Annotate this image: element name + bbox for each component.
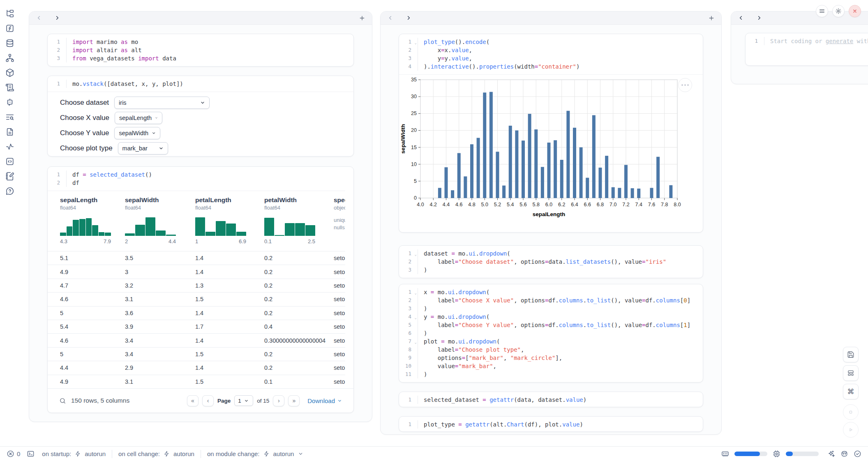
documentation-icon[interactable] [5,127,14,136]
column-header[interactable]: petalLength [195,196,231,204]
code-line[interactable]: 1plot_type = getattr(alt.Chart(df), plot… [399,420,703,429]
stop-kernel-button[interactable] [843,404,859,420]
column-right-icon[interactable] [756,15,762,21]
notebook-menu-button[interactable] [816,5,828,17]
column-histogram[interactable] [60,217,111,236]
code-line[interactable]: 2 label="Choose X value", options=df.col… [399,296,703,304]
table-row[interactable]: 4.42.91.40.2setosa [48,361,345,374]
fold-chevron-icon[interactable]: ⌄ [415,313,417,322]
code-line[interactable]: 2import altair as alt [48,46,353,54]
save-button[interactable] [843,347,859,362]
table-row[interactable]: 4.93.11.50.1setosa [48,375,345,388]
on-module-change-setting[interactable]: on module change: autorun [207,450,303,457]
code-line[interactable]: 4).interactive().properties(width="conta… [399,62,703,71]
code-line[interactable]: 3from vega_datasets import data [48,54,353,62]
connection-status-icon[interactable] [854,450,861,458]
code-line[interactable]: 11) [399,370,703,378]
copilot-icon[interactable] [840,450,848,458]
download-button[interactable]: Download [307,397,342,404]
code-line[interactable]: 9 options=["mark_bar", "mark_circle"], [399,354,703,362]
empty-code-cell[interactable]: 1 Start coding or generate with AI [745,33,868,66]
code-line[interactable]: 3) [399,266,703,274]
code-line[interactable]: 2 x=x.value, [399,46,703,54]
layout-toggle-button[interactable] [843,365,859,381]
column-left-icon[interactable] [738,15,744,21]
function-cells-icon[interactable] [5,24,14,33]
column-header[interactable]: petalWidth [264,196,297,204]
column-left-icon[interactable] [387,15,393,21]
file-explorer-icon[interactable] [5,9,14,18]
code-line[interactable]: 8 label="Choose plot type", [399,346,703,354]
fold-chevron-icon[interactable]: ⌄ [415,250,417,258]
help-icon[interactable] [5,187,14,196]
code-line[interactable]: 6) [399,329,703,337]
dropdown-select-choose-x-value[interactable]: sepalLength [115,112,162,124]
logs-icon[interactable] [5,83,14,92]
last-page-button[interactable]: » [288,395,300,406]
bar-chart[interactable]: 4.04.24.44.64.85.05.25.45.65.86.06.26.46… [399,75,703,230]
column-header[interactable]: sepalWidth [125,196,159,204]
code-line[interactable]: 5 label="Choose Y value", options=df.col… [399,321,703,329]
code-line[interactable]: 3) [399,304,703,313]
error-count[interactable]: 0 [7,450,20,458]
datasources-icon[interactable] [5,39,14,48]
code-cell-plot-encode[interactable]: 1⌄plot_type().encode(2 x=x.value,3 y=y.v… [399,34,703,233]
add-column-icon[interactable] [708,15,715,21]
dropdown-select-choose-y-value[interactable]: sepalWidth [114,127,160,139]
tracing-icon[interactable] [5,142,14,151]
code-line[interactable]: 2df [48,179,353,187]
code-line[interactable]: 1⌄dataset = mo.ui.dropdown( [399,249,703,258]
code-cell-plot-type[interactable]: 1plot_type = getattr(alt.Chart(df), plot… [399,416,703,432]
dropdown-select-choose-dataset[interactable]: iris [114,97,210,109]
code-cell-xy-plot-dropdowns[interactable]: 1⌄x = mo.ui.dropdown(2 label="Choose X v… [399,284,703,383]
code-line[interactable]: 7⌄plot = mo.ui.dropdown( [399,337,703,346]
fold-chevron-icon[interactable]: ⌄ [415,338,417,346]
column-histogram[interactable] [195,217,246,236]
fold-chevron-icon[interactable]: ⌄ [415,289,417,297]
fold-chevron-icon[interactable]: ⌄ [415,39,417,47]
command-palette-button[interactable]: ⌘ [843,384,859,399]
chart-menu-icon[interactable] [678,78,692,92]
code-line[interactable]: 3 y=y.value, [399,54,703,62]
code-line[interactable]: 10 value="mark_bar", [399,362,703,370]
code-line[interactable]: 1⌄plot_type().encode( [399,38,703,46]
add-column-icon[interactable] [359,15,365,21]
table-row[interactable]: 4.73.21.30.2setosa [48,279,345,292]
code-line[interactable]: 1mo.vstack([dataset, x, y, plot]) [48,80,353,88]
column-histogram[interactable] [125,217,176,236]
code-cell-dataframe[interactable]: 1df = selected_dataset()2df sepalLengthf… [47,166,354,413]
table-row[interactable]: 5.13.51.40.2setosa [48,251,345,265]
code-line[interactable]: 4⌄y = mo.ui.dropdown( [399,313,703,321]
first-page-button[interactable]: « [187,395,199,406]
next-page-button[interactable]: › [273,395,284,406]
code-line[interactable]: 1import marimo as mo [48,38,353,46]
run-all-button[interactable] [843,422,859,438]
dropdown-select-choose-plot-type[interactable]: mark_bar [118,142,168,154]
table-row[interactable]: 4.931.40.2setosa [48,265,345,278]
table-row[interactable]: 4.63.41.40.30000000000000004setosa [48,333,345,347]
column-header[interactable]: species [334,196,345,204]
column-right-icon[interactable] [54,15,60,21]
code-cell-selected-dataset[interactable]: 1selected_dataset = getattr(data, datase… [399,392,703,407]
prev-page-button[interactable]: ‹ [202,395,214,406]
on-cell-change-setting[interactable]: on cell change: autorun [118,450,194,457]
ai-sparkles-icon[interactable] [827,450,835,458]
code-line[interactable]: 1df = selected_dataset() [48,171,353,179]
code-placeholder[interactable]: Start coding or generate with AI [764,37,868,45]
code-line[interactable]: 2 label="Choose dataset", options=data.l… [399,258,703,266]
packages-icon[interactable] [5,68,14,77]
ai-chat-icon[interactable] [5,98,14,107]
table-row[interactable]: 4.63.11.50.2setosa [48,292,345,306]
page-select[interactable]: 1 [234,395,253,406]
code-cell-vstack[interactable]: 1mo.vstack([dataset, x, y, plot]) Choose… [47,76,354,157]
dependency-graph-icon[interactable] [5,53,14,62]
generate-link[interactable]: generate [826,38,853,44]
table-row[interactable]: 5.43.91.70.4setosa [48,320,345,333]
code-cell-dataset-dropdown[interactable]: 1⌄dataset = mo.ui.dropdown(2 label="Choo… [399,245,703,278]
search-icon[interactable] [59,397,66,404]
table-row[interactable]: 53.61.40.2setosa [48,306,345,320]
on-startup-setting[interactable]: on startup: autorun [42,450,106,457]
settings-button[interactable] [832,5,845,17]
code-cell-imports[interactable]: 1import marimo as mo2import altair as al… [47,34,354,67]
column-right-icon[interactable] [406,15,412,21]
